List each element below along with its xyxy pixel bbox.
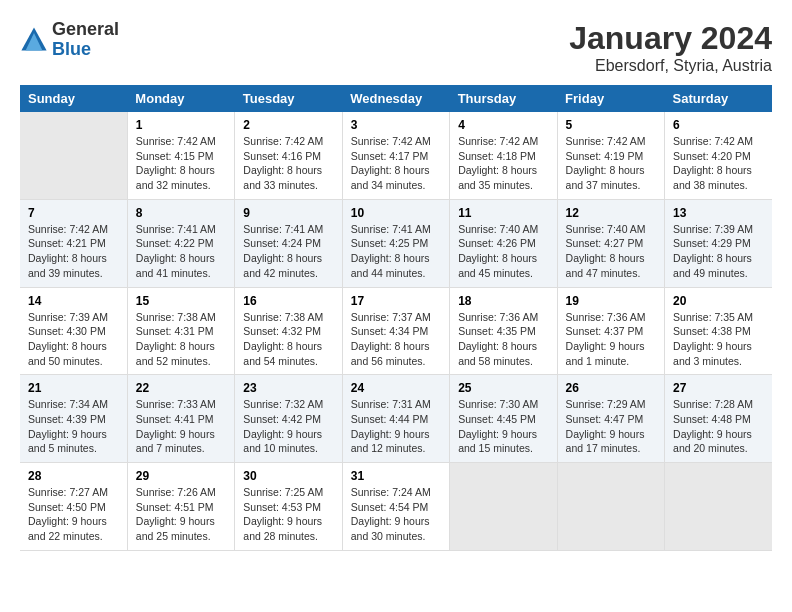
day-info: Sunrise: 7:39 AMSunset: 4:30 PMDaylight:… bbox=[28, 310, 119, 369]
calendar-cell: 26Sunrise: 7:29 AMSunset: 4:47 PMDayligh… bbox=[557, 375, 664, 463]
day-info: Sunrise: 7:28 AMSunset: 4:48 PMDaylight:… bbox=[673, 397, 764, 456]
calendar-cell: 30Sunrise: 7:25 AMSunset: 4:53 PMDayligh… bbox=[235, 463, 342, 551]
day-info: Sunrise: 7:42 AMSunset: 4:15 PMDaylight:… bbox=[136, 134, 226, 193]
calendar-cell: 7Sunrise: 7:42 AMSunset: 4:21 PMDaylight… bbox=[20, 199, 127, 287]
calendar-cell: 12Sunrise: 7:40 AMSunset: 4:27 PMDayligh… bbox=[557, 199, 664, 287]
day-info: Sunrise: 7:31 AMSunset: 4:44 PMDaylight:… bbox=[351, 397, 441, 456]
day-info: Sunrise: 7:25 AMSunset: 4:53 PMDaylight:… bbox=[243, 485, 333, 544]
day-info: Sunrise: 7:38 AMSunset: 4:32 PMDaylight:… bbox=[243, 310, 333, 369]
weekday-header: Monday bbox=[127, 85, 234, 112]
calendar-cell: 21Sunrise: 7:34 AMSunset: 4:39 PMDayligh… bbox=[20, 375, 127, 463]
logo-blue: Blue bbox=[52, 40, 119, 60]
day-number: 25 bbox=[458, 381, 548, 395]
day-info: Sunrise: 7:34 AMSunset: 4:39 PMDaylight:… bbox=[28, 397, 119, 456]
weekday-header-row: SundayMondayTuesdayWednesdayThursdayFrid… bbox=[20, 85, 772, 112]
calendar-cell: 28Sunrise: 7:27 AMSunset: 4:50 PMDayligh… bbox=[20, 463, 127, 551]
weekday-header: Wednesday bbox=[342, 85, 449, 112]
day-number: 28 bbox=[28, 469, 119, 483]
day-info: Sunrise: 7:33 AMSunset: 4:41 PMDaylight:… bbox=[136, 397, 226, 456]
calendar-cell: 6Sunrise: 7:42 AMSunset: 4:20 PMDaylight… bbox=[665, 112, 772, 199]
title-area: January 2024 Ebersdorf, Styria, Austria bbox=[569, 20, 772, 75]
day-number: 12 bbox=[566, 206, 656, 220]
day-number: 2 bbox=[243, 118, 333, 132]
logo-general: General bbox=[52, 20, 119, 40]
calendar-cell: 4Sunrise: 7:42 AMSunset: 4:18 PMDaylight… bbox=[450, 112, 557, 199]
calendar-cell: 24Sunrise: 7:31 AMSunset: 4:44 PMDayligh… bbox=[342, 375, 449, 463]
day-number: 31 bbox=[351, 469, 441, 483]
day-number: 16 bbox=[243, 294, 333, 308]
calendar-cell bbox=[450, 463, 557, 551]
calendar-cell: 11Sunrise: 7:40 AMSunset: 4:26 PMDayligh… bbox=[450, 199, 557, 287]
day-info: Sunrise: 7:37 AMSunset: 4:34 PMDaylight:… bbox=[351, 310, 441, 369]
day-number: 20 bbox=[673, 294, 764, 308]
day-number: 30 bbox=[243, 469, 333, 483]
day-info: Sunrise: 7:38 AMSunset: 4:31 PMDaylight:… bbox=[136, 310, 226, 369]
day-number: 5 bbox=[566, 118, 656, 132]
day-number: 21 bbox=[28, 381, 119, 395]
day-info: Sunrise: 7:35 AMSunset: 4:38 PMDaylight:… bbox=[673, 310, 764, 369]
day-info: Sunrise: 7:41 AMSunset: 4:25 PMDaylight:… bbox=[351, 222, 441, 281]
weekday-header: Saturday bbox=[665, 85, 772, 112]
day-number: 6 bbox=[673, 118, 764, 132]
calendar-week-row: 14Sunrise: 7:39 AMSunset: 4:30 PMDayligh… bbox=[20, 287, 772, 375]
calendar-week-row: 7Sunrise: 7:42 AMSunset: 4:21 PMDaylight… bbox=[20, 199, 772, 287]
logo: General Blue bbox=[20, 20, 119, 60]
calendar-cell: 25Sunrise: 7:30 AMSunset: 4:45 PMDayligh… bbox=[450, 375, 557, 463]
calendar-cell: 20Sunrise: 7:35 AMSunset: 4:38 PMDayligh… bbox=[665, 287, 772, 375]
day-info: Sunrise: 7:42 AMSunset: 4:19 PMDaylight:… bbox=[566, 134, 656, 193]
day-info: Sunrise: 7:29 AMSunset: 4:47 PMDaylight:… bbox=[566, 397, 656, 456]
day-info: Sunrise: 7:40 AMSunset: 4:27 PMDaylight:… bbox=[566, 222, 656, 281]
day-number: 17 bbox=[351, 294, 441, 308]
calendar-cell: 23Sunrise: 7:32 AMSunset: 4:42 PMDayligh… bbox=[235, 375, 342, 463]
calendar-cell: 8Sunrise: 7:41 AMSunset: 4:22 PMDaylight… bbox=[127, 199, 234, 287]
calendar-cell: 19Sunrise: 7:36 AMSunset: 4:37 PMDayligh… bbox=[557, 287, 664, 375]
calendar-cell bbox=[665, 463, 772, 551]
calendar-cell: 5Sunrise: 7:42 AMSunset: 4:19 PMDaylight… bbox=[557, 112, 664, 199]
day-number: 15 bbox=[136, 294, 226, 308]
day-info: Sunrise: 7:42 AMSunset: 4:18 PMDaylight:… bbox=[458, 134, 548, 193]
calendar-week-row: 28Sunrise: 7:27 AMSunset: 4:50 PMDayligh… bbox=[20, 463, 772, 551]
calendar-table: SundayMondayTuesdayWednesdayThursdayFrid… bbox=[20, 85, 772, 551]
calendar-cell: 16Sunrise: 7:38 AMSunset: 4:32 PMDayligh… bbox=[235, 287, 342, 375]
day-number: 4 bbox=[458, 118, 548, 132]
logo-icon bbox=[20, 26, 48, 54]
calendar-cell: 15Sunrise: 7:38 AMSunset: 4:31 PMDayligh… bbox=[127, 287, 234, 375]
day-info: Sunrise: 7:41 AMSunset: 4:24 PMDaylight:… bbox=[243, 222, 333, 281]
calendar-cell: 22Sunrise: 7:33 AMSunset: 4:41 PMDayligh… bbox=[127, 375, 234, 463]
calendar-cell: 29Sunrise: 7:26 AMSunset: 4:51 PMDayligh… bbox=[127, 463, 234, 551]
day-number: 19 bbox=[566, 294, 656, 308]
day-info: Sunrise: 7:36 AMSunset: 4:37 PMDaylight:… bbox=[566, 310, 656, 369]
day-info: Sunrise: 7:42 AMSunset: 4:21 PMDaylight:… bbox=[28, 222, 119, 281]
weekday-header: Sunday bbox=[20, 85, 127, 112]
day-number: 7 bbox=[28, 206, 119, 220]
calendar-week-row: 21Sunrise: 7:34 AMSunset: 4:39 PMDayligh… bbox=[20, 375, 772, 463]
day-number: 11 bbox=[458, 206, 548, 220]
weekday-header: Friday bbox=[557, 85, 664, 112]
calendar-cell: 2Sunrise: 7:42 AMSunset: 4:16 PMDaylight… bbox=[235, 112, 342, 199]
weekday-header: Thursday bbox=[450, 85, 557, 112]
day-number: 13 bbox=[673, 206, 764, 220]
logo-text: General Blue bbox=[52, 20, 119, 60]
calendar-cell bbox=[557, 463, 664, 551]
day-info: Sunrise: 7:26 AMSunset: 4:51 PMDaylight:… bbox=[136, 485, 226, 544]
day-info: Sunrise: 7:42 AMSunset: 4:20 PMDaylight:… bbox=[673, 134, 764, 193]
page-title: January 2024 bbox=[569, 20, 772, 57]
day-info: Sunrise: 7:39 AMSunset: 4:29 PMDaylight:… bbox=[673, 222, 764, 281]
day-number: 23 bbox=[243, 381, 333, 395]
day-number: 10 bbox=[351, 206, 441, 220]
weekday-header: Tuesday bbox=[235, 85, 342, 112]
calendar-cell: 9Sunrise: 7:41 AMSunset: 4:24 PMDaylight… bbox=[235, 199, 342, 287]
calendar-cell: 1Sunrise: 7:42 AMSunset: 4:15 PMDaylight… bbox=[127, 112, 234, 199]
day-info: Sunrise: 7:41 AMSunset: 4:22 PMDaylight:… bbox=[136, 222, 226, 281]
day-number: 22 bbox=[136, 381, 226, 395]
page-subtitle: Ebersdorf, Styria, Austria bbox=[569, 57, 772, 75]
day-number: 14 bbox=[28, 294, 119, 308]
day-info: Sunrise: 7:42 AMSunset: 4:16 PMDaylight:… bbox=[243, 134, 333, 193]
day-info: Sunrise: 7:32 AMSunset: 4:42 PMDaylight:… bbox=[243, 397, 333, 456]
day-info: Sunrise: 7:27 AMSunset: 4:50 PMDaylight:… bbox=[28, 485, 119, 544]
header: General Blue January 2024 Ebersdorf, Sty… bbox=[20, 20, 772, 75]
day-number: 9 bbox=[243, 206, 333, 220]
day-info: Sunrise: 7:42 AMSunset: 4:17 PMDaylight:… bbox=[351, 134, 441, 193]
day-number: 27 bbox=[673, 381, 764, 395]
calendar-cell: 13Sunrise: 7:39 AMSunset: 4:29 PMDayligh… bbox=[665, 199, 772, 287]
